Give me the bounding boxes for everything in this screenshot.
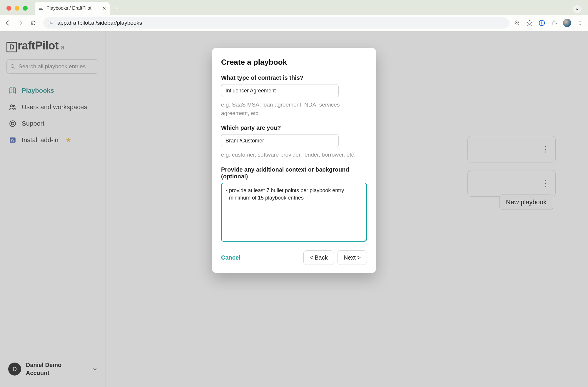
svg-rect-0 <box>39 7 43 7</box>
svg-point-6 <box>51 24 52 24</box>
next-step-button[interactable]: Next > <box>338 250 367 265</box>
reload-button[interactable] <box>30 20 39 26</box>
address-bar[interactable]: app.draftpilot.ai/sidebar/playbooks <box>43 17 510 29</box>
create-playbook-modal: Create a playbook What type of contract … <box>212 48 376 273</box>
tab-close-icon[interactable]: ✕ <box>102 6 106 11</box>
toolbar-right <box>514 19 584 27</box>
fullscreen-window-button[interactable] <box>23 6 28 11</box>
browser-tab[interactable]: Playbooks / DraftPilot ✕ <box>35 2 110 15</box>
browser-chrome: Playbooks / DraftPilot ✕ + app.draftpilo… <box>0 0 588 31</box>
tab-strip: Playbooks / DraftPilot ✕ + <box>0 0 588 15</box>
zoom-icon[interactable] <box>514 19 521 26</box>
modal-title: Create a playbook <box>221 58 367 67</box>
minimize-window-button[interactable] <box>15 6 19 11</box>
toolbar: app.draftpilot.ai/sidebar/playbooks <box>0 15 588 31</box>
tab-favicon <box>38 6 44 11</box>
svg-rect-12 <box>542 21 542 25</box>
party-label: Which party are you? <box>221 124 367 131</box>
url-text: app.draftpilot.ai/sidebar/playbooks <box>57 20 142 26</box>
close-window-button[interactable] <box>6 6 11 11</box>
party-hint: e.g. customer, software provider, lender… <box>221 151 367 159</box>
svg-point-13 <box>580 21 581 22</box>
svg-rect-1 <box>39 8 42 9</box>
forward-button[interactable] <box>17 20 26 26</box>
tabs-overflow-button[interactable] <box>573 5 582 13</box>
contract-type-label: What type of contract is this? <box>221 74 367 81</box>
modal-footer: Cancel < Back Next > <box>221 250 367 265</box>
back-step-button[interactable]: < Back <box>303 250 334 265</box>
svg-point-5 <box>50 22 51 23</box>
back-button[interactable] <box>4 20 13 26</box>
contract-type-hint: e.g. SaaS MSA, loan agreement, NDA, serv… <box>221 101 367 117</box>
new-tab-button[interactable]: + <box>113 5 121 14</box>
bookmark-icon[interactable] <box>526 19 533 26</box>
svg-line-8 <box>518 24 519 25</box>
contract-type-input[interactable] <box>221 84 339 97</box>
extension-1password-icon[interactable] <box>538 19 545 26</box>
window-controls <box>6 6 28 11</box>
context-textarea[interactable] <box>221 183 367 242</box>
svg-rect-2 <box>39 9 43 10</box>
site-settings-icon[interactable] <box>48 20 54 26</box>
party-input[interactable] <box>221 134 339 147</box>
svg-point-15 <box>580 24 581 25</box>
svg-point-14 <box>580 23 581 24</box>
tab-title: Playbooks / DraftPilot <box>46 6 91 11</box>
app-root: DraftPilot.ai Search all playbook entrie… <box>0 31 588 387</box>
extensions-icon[interactable] <box>551 19 558 26</box>
cancel-button[interactable]: Cancel <box>221 254 240 261</box>
profile-avatar[interactable] <box>563 19 571 27</box>
context-label: Provide any additional context or backgr… <box>221 166 367 180</box>
kebab-menu-icon[interactable] <box>577 19 584 26</box>
